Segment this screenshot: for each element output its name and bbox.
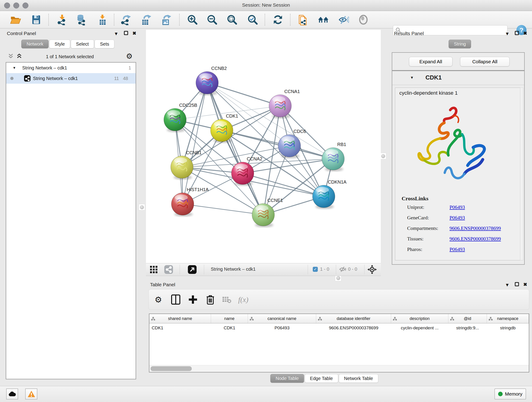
crosslink-label: Tissues:: [407, 236, 450, 242]
table-header-shared-name[interactable]: shared name: [149, 314, 211, 323]
zoom-out-icon[interactable]: [205, 13, 219, 26]
home-icon[interactable]: [317, 13, 330, 26]
warning-icon[interactable]: [25, 389, 37, 400]
float-panel-icon[interactable]: [124, 31, 128, 35]
crosslink-link[interactable]: P06493: [450, 204, 465, 210]
close-panel-icon[interactable]: ✖: [523, 282, 527, 287]
table-header-namespace[interactable]: namespace: [487, 314, 529, 323]
cloud-icon[interactable]: [6, 389, 18, 400]
network-row-selected[interactable]: String Network – cdk1 11 48: [6, 73, 136, 84]
hidden-eye-slash-icon[interactable]: [339, 266, 346, 274]
import-network-file-icon[interactable]: [55, 13, 69, 26]
tab-sets[interactable]: Sets: [95, 40, 114, 48]
save-session-icon[interactable]: [29, 13, 43, 26]
show-columns-icon[interactable]: [169, 294, 182, 306]
network-collection-row[interactable]: ▼ String Network – cdk1 1: [6, 63, 136, 73]
memory-button[interactable]: Memory: [494, 389, 526, 400]
network-share-view-icon[interactable]: [164, 265, 173, 275]
hide-panel-eye-icon[interactable]: [336, 13, 350, 26]
network-edge[interactable]: [222, 130, 333, 159]
table-settings-gear-icon[interactable]: ⚙: [152, 294, 165, 306]
table-cell[interactable]: stringdb:9...: [448, 323, 487, 332]
export-table-icon[interactable]: [139, 13, 153, 26]
zoom-in-icon[interactable]: [186, 13, 199, 26]
network-edge[interactable]: [207, 83, 263, 215]
tab-select[interactable]: Select: [71, 40, 94, 48]
fit-content-crosshair-icon[interactable]: [367, 265, 377, 275]
network-options-gear-icon[interactable]: ⚙: [126, 52, 133, 61]
refresh-icon[interactable]: [271, 13, 285, 26]
open-file-icon[interactable]: [9, 13, 22, 26]
add-column-plus-icon[interactable]: [186, 294, 199, 306]
float-panel-icon[interactable]: [515, 282, 519, 286]
table-cell[interactable]: P06493: [248, 323, 316, 332]
close-panel-icon[interactable]: ✖: [523, 31, 527, 36]
table-cell[interactable]: 9606.ENSP00000378699: [316, 323, 391, 332]
network-canvas[interactable]: CCNB2CCNA1CDC25BCDK1CDC6RB1CCNB1CCNA2CDK…: [146, 30, 381, 263]
toolbar-separator: [265, 14, 265, 26]
collapse-all-button[interactable]: Collapse All: [460, 57, 510, 66]
network-node-ccnb2[interactable]: CCNB2: [196, 66, 227, 95]
results-panel-tabs: String: [449, 40, 472, 48]
network-edge[interactable]: [183, 204, 263, 215]
tab-style[interactable]: Style: [49, 40, 70, 48]
collapse-panel-icon[interactable]: ▼: [114, 31, 119, 36]
network-node-hist1h1a[interactable]: HIST1H1A: [171, 187, 209, 217]
show-panel-eye-icon[interactable]: [356, 13, 370, 26]
table-header-name[interactable]: name: [211, 314, 248, 323]
disclosure-triangle-icon[interactable]: ▼: [410, 76, 414, 80]
crosslink-link[interactable]: P06493: [450, 215, 465, 220]
tab-node-table[interactable]: Node Table: [270, 374, 304, 383]
tab-string[interactable]: String: [449, 40, 471, 48]
right-splitter-handle[interactable]: [380, 153, 386, 159]
left-splitter-handle[interactable]: [139, 204, 145, 211]
scrollbar-thumb[interactable]: [151, 366, 192, 371]
table-row[interactable]: CDK1CDK1P064939606.ENSP00000378699cyclin…: [149, 323, 529, 332]
crosslink-link[interactable]: P06493: [450, 246, 465, 252]
protein-card-header[interactable]: ▼ CDK1: [392, 71, 524, 85]
table-header-canonical-name[interactable]: canonical name: [248, 314, 316, 323]
crosslink-link[interactable]: 9606.ENSP00000378699: [450, 225, 501, 231]
network-edge[interactable]: [183, 83, 207, 204]
node-label: CCNA2: [247, 156, 262, 161]
network-node-ccna1[interactable]: CCNA1: [269, 89, 300, 119]
close-panel-icon[interactable]: ✖: [133, 31, 136, 36]
table-cell[interactable]: CDK1: [149, 323, 211, 332]
table-cell[interactable]: stringdb: [487, 323, 529, 332]
network-node-rb1[interactable]: RB1: [322, 142, 346, 172]
delete-table-icon[interactable]: [220, 294, 233, 306]
birds-eye-view-icon[interactable]: [188, 265, 196, 275]
table-header-description[interactable]: description: [391, 314, 448, 323]
float-panel-icon[interactable]: [515, 31, 519, 35]
selected-checkbox-icon[interactable]: ✓: [313, 267, 318, 272]
table-cell[interactable]: CDK1: [211, 323, 248, 332]
function-builder-fx-icon[interactable]: f(x): [237, 294, 250, 306]
grid-view-icon[interactable]: [150, 266, 158, 274]
share-document-icon[interactable]: [296, 13, 310, 26]
collapse-panel-icon[interactable]: ▼: [505, 31, 510, 36]
table-horizontal-scrollbar[interactable]: [149, 365, 529, 372]
table-header-database-identifier[interactable]: database identifier: [316, 314, 391, 323]
network-edge[interactable]: [207, 83, 280, 106]
disclosure-triangle-icon[interactable]: ▼: [13, 63, 16, 73]
tab-network[interactable]: Network: [21, 40, 49, 48]
tab-network-table[interactable]: Network Table: [339, 374, 378, 383]
crosslink-link[interactable]: 9606.ENSP00000378699: [450, 236, 501, 242]
export-network-icon[interactable]: [119, 13, 133, 26]
results-scrollbar[interactable]: [520, 88, 523, 260]
network-node-cdc6[interactable]: CDC6: [278, 129, 306, 158]
zoom-selected-icon[interactable]: [246, 13, 260, 26]
delete-column-trash-icon[interactable]: [204, 294, 217, 306]
network-node-ccnb1[interactable]: CCNB1: [171, 150, 202, 180]
table-body: CDK1CDK1P064939606.ENSP00000378699cyclin…: [149, 323, 529, 332]
table-header--id[interactable]: @id: [448, 314, 487, 323]
export-image-icon[interactable]: [159, 13, 173, 26]
zoom-fit-icon[interactable]: [225, 13, 239, 26]
table-cell[interactable]: cyclin-dependent ...: [391, 323, 448, 332]
tab-edge-table[interactable]: Edge Table: [305, 374, 338, 383]
separator: [364, 265, 365, 274]
import-table-file-icon[interactable]: [95, 13, 109, 26]
expand-all-button[interactable]: Expand All: [409, 57, 452, 66]
collapse-panel-icon[interactable]: ▼: [505, 282, 510, 288]
import-network-database-icon[interactable]: [74, 13, 88, 26]
